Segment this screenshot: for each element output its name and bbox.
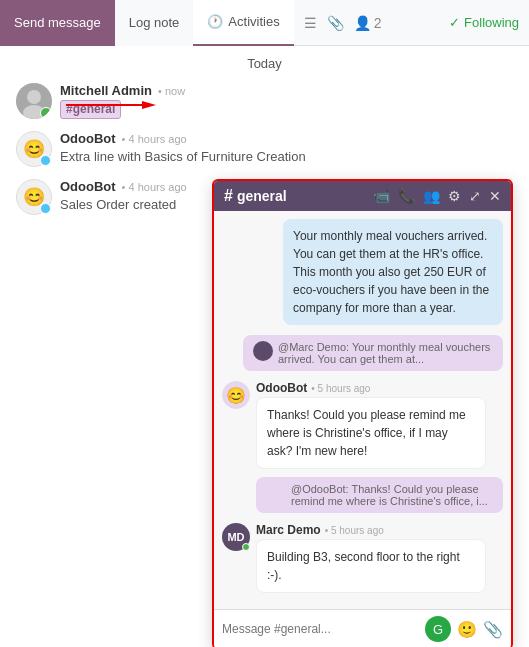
- odoobot1-avatar: 😊: [16, 131, 52, 167]
- popup-header-icons: 📹 📞 👥 ⚙ ⤢ ✕: [373, 188, 501, 204]
- marc-preview-row: @Marc Demo: Your monthly meal vouchers a…: [222, 335, 503, 371]
- odoobot-preview-row: @OdooBot: Thanks! Could you please remin…: [256, 477, 503, 513]
- marc-incoming-row: MD Marc Demo • 5 hours ago Building B3, …: [222, 523, 503, 593]
- chat-area: Today Mitchell Admin • now #general: [0, 46, 529, 647]
- clock-icon: 🕐: [207, 14, 223, 29]
- marc-preview-bubble: @Marc Demo: Your monthly meal vouchers a…: [243, 335, 503, 371]
- mitchell-time: • now: [158, 85, 185, 97]
- odoobot-popup-avatar: 😊: [222, 381, 250, 409]
- people-icon[interactable]: 👤 2: [354, 15, 382, 31]
- following-button[interactable]: ✓ Following: [449, 15, 519, 30]
- odoobot1-message-row: 😊 OdooBot • 4 hours ago Extra line with …: [16, 131, 513, 167]
- popup-messages: Your monthly meal vouchers arrived. You …: [214, 211, 511, 609]
- top-bar: Send message Log note 🕐 Activities ☰ 📎 👤…: [0, 0, 529, 46]
- marc-incoming-author: Marc Demo: [256, 523, 321, 537]
- expand-icon[interactable]: ⤢: [469, 188, 481, 204]
- odoobot2-body: Sales Order created: [60, 196, 200, 214]
- svg-point-1: [27, 90, 41, 104]
- marc-incoming-bubble: Building B3, second floor to the right :…: [256, 539, 486, 593]
- odoobot2-time: • 4 hours ago: [122, 181, 187, 193]
- note-icon[interactable]: ☰: [304, 15, 317, 31]
- mitchell-avatar: [16, 83, 52, 119]
- attachment-icon[interactable]: 📎: [327, 15, 344, 31]
- odoobot2-and-popup: 😊 OdooBot • 4 hours ago Sales Order crea…: [16, 179, 513, 647]
- popup-title: # general: [224, 187, 365, 205]
- today-label: Today: [16, 56, 513, 71]
- odoobot2-author: OdooBot: [60, 179, 116, 194]
- odoobot2-avatar: 😊: [16, 179, 52, 215]
- odoobot-preview-text: @OdooBot: Thanks! Could you please remin…: [291, 483, 493, 507]
- log-note-button[interactable]: Log note: [115, 0, 194, 46]
- odoobot-incoming-time: • 5 hours ago: [311, 383, 370, 394]
- marc-incoming-content: Marc Demo • 5 hours ago Building B3, sec…: [256, 523, 486, 593]
- phone-icon[interactable]: 📞: [398, 188, 415, 204]
- odoobot-preview-bubble: @OdooBot: Thanks! Could you please remin…: [256, 477, 503, 513]
- tab-icons-group: ☰ 📎 👤 2: [294, 15, 449, 31]
- sent-bubble-row: Your monthly meal vouchers arrived. You …: [222, 219, 503, 325]
- svg-marker-4: [142, 101, 156, 109]
- emoji-icon[interactable]: 🙂: [457, 620, 477, 639]
- general-popup: # general 📹 📞 👥 ⚙ ⤢ ✕ Your monthly meal …: [212, 179, 513, 647]
- close-icon[interactable]: ✕: [489, 188, 501, 204]
- odoobot-incoming-content: OdooBot • 5 hours ago Thanks! Could you …: [256, 381, 486, 469]
- mitchell-message-row: Mitchell Admin • now #general: [16, 83, 513, 119]
- odoobot-incoming-bubble: Thanks! Could you please remind me where…: [256, 397, 486, 469]
- odoobot1-body: Extra line with Basics of Furniture Crea…: [60, 148, 513, 166]
- send-button[interactable]: G: [425, 616, 451, 642]
- popup-input-icons: G 🙂 📎: [425, 616, 503, 642]
- marc-preview-text: @Marc Demo: Your monthly meal vouchers a…: [278, 341, 493, 365]
- popup-header: # general 📹 📞 👥 ⚙ ⤢ ✕: [214, 181, 511, 211]
- marc-online-badge: [242, 543, 250, 551]
- members-icon[interactable]: 👥: [423, 188, 440, 204]
- send-message-button[interactable]: Send message: [0, 0, 115, 46]
- marc-popup-avatar: MD: [222, 523, 250, 551]
- sent-bubble: Your monthly meal vouchers arrived. You …: [283, 219, 503, 325]
- odoobot1-content: OdooBot • 4 hours ago Extra line with Ba…: [60, 131, 513, 166]
- odoobot-preview-avatar: [266, 483, 286, 503]
- mitchell-author: Mitchell Admin: [60, 83, 152, 98]
- message-input[interactable]: [222, 622, 419, 636]
- hash-icon: #: [224, 187, 233, 205]
- check-icon: ✓: [449, 15, 460, 30]
- red-arrow: [66, 97, 156, 113]
- popup-input-area: G 🙂 📎: [214, 609, 511, 647]
- odoobot1-author: OdooBot: [60, 131, 116, 146]
- online-badge: [40, 107, 52, 119]
- activities-tab[interactable]: 🕐 Activities: [193, 0, 293, 46]
- marc-incoming-time: • 5 hours ago: [325, 525, 384, 536]
- attachment-icon[interactable]: 📎: [483, 620, 503, 639]
- video-icon[interactable]: 📹: [373, 188, 390, 204]
- odoobot-incoming-author: OdooBot: [256, 381, 307, 395]
- marc-preview-avatar: [253, 341, 273, 361]
- settings-icon[interactable]: ⚙: [448, 188, 461, 204]
- odoobot-incoming-row: 😊 OdooBot • 5 hours ago Thanks! Could yo…: [222, 381, 503, 469]
- odoobot2-content: OdooBot • 4 hours ago Sales Order create…: [60, 179, 200, 214]
- odoobot2-row: 😊 OdooBot • 4 hours ago Sales Order crea…: [16, 179, 200, 215]
- odoobot1-time: • 4 hours ago: [122, 133, 187, 145]
